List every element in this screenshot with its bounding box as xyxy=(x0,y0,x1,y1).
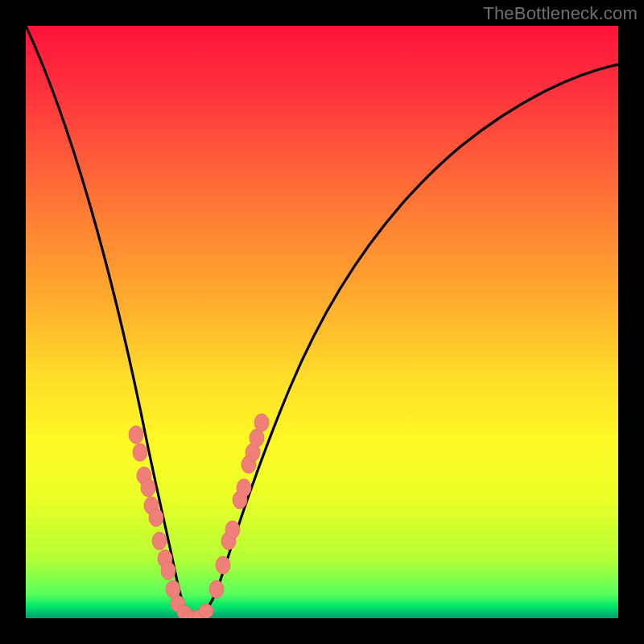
svg-point-1 xyxy=(133,444,147,461)
svg-point-15 xyxy=(199,604,213,618)
svg-point-17 xyxy=(216,556,230,574)
svg-point-3 xyxy=(141,479,155,497)
marker-group xyxy=(129,414,269,618)
svg-point-21 xyxy=(237,479,251,497)
svg-point-6 xyxy=(152,532,167,550)
svg-point-0 xyxy=(129,426,143,444)
svg-point-19 xyxy=(225,521,240,539)
chart-svg xyxy=(26,26,618,618)
svg-point-16 xyxy=(209,580,224,598)
bottleneck-curve xyxy=(26,26,618,617)
plot-area xyxy=(26,26,618,618)
chart-frame: TheBottleneck.com xyxy=(0,0,644,644)
svg-point-25 xyxy=(254,414,269,431)
watermark-text: TheBottleneck.com xyxy=(483,3,638,24)
svg-point-5 xyxy=(149,509,163,526)
svg-point-8 xyxy=(161,562,175,580)
